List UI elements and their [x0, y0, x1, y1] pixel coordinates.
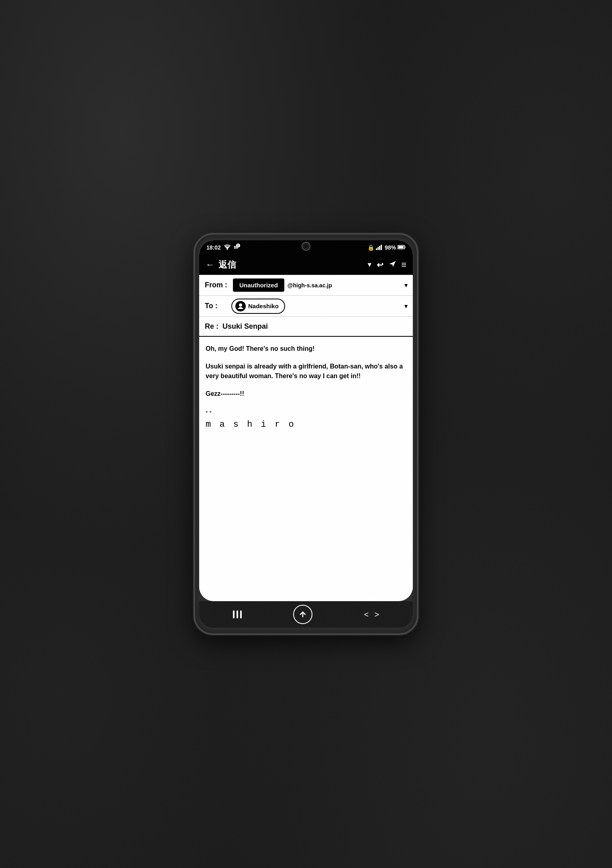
- body-text-1: Oh, my God! There's no such thing!: [206, 345, 314, 352]
- to-label: To :: [199, 302, 231, 310]
- screen: 18:02 ✉ ! 🔒: [199, 240, 413, 601]
- email-area: From : Unauthorized @high-s.sa.ac.jp ▼ T…: [199, 275, 413, 601]
- svg-rect-4: [381, 245, 382, 250]
- status-right: 🔒 98%: [367, 244, 406, 251]
- from-row: From : Unauthorized @high-s.sa.ac.jp ▼: [199, 275, 413, 296]
- time-display: 18:02: [206, 244, 221, 251]
- signal-icon: [376, 244, 383, 251]
- toolbar-title: 返信: [218, 259, 362, 271]
- prev-next-buttons[interactable]: < >: [364, 610, 379, 619]
- menu-button[interactable]: [233, 610, 242, 618]
- svg-rect-6: [405, 246, 406, 248]
- phone-body: 18:02 ✉ ! 🔒: [194, 233, 418, 635]
- wifi-icon: [223, 244, 231, 251]
- phone-container: 18:02 ✉ ! 🔒: [194, 233, 418, 635]
- nav-line-1: [233, 610, 235, 618]
- signature-dash: - -: [206, 407, 406, 416]
- from-badge: Unauthorized: [233, 278, 284, 292]
- body-para-3: Gezz---------!!: [206, 389, 406, 399]
- send-icon[interactable]: [388, 260, 396, 270]
- to-name: Nadeshiko: [248, 303, 279, 309]
- prev-button[interactable]: <: [364, 610, 369, 619]
- to-dropdown[interactable]: ▼: [403, 303, 413, 309]
- bottom-nav: < >: [199, 601, 413, 628]
- to-row: To : Nadeshiko ▼: [199, 296, 413, 317]
- body-text-2: Usuki senpai is already with a girlfrien…: [206, 363, 403, 379]
- svg-rect-7: [398, 246, 404, 248]
- nav-line-2: [237, 610, 238, 618]
- body-para-2: Usuki senpai is already with a girlfrien…: [206, 362, 406, 381]
- nav-line-3: [240, 610, 242, 618]
- battery-icon: [398, 244, 406, 251]
- menu-icon[interactable]: ≡: [401, 260, 406, 270]
- notification-icon: ✉ !: [234, 245, 238, 250]
- svg-point-8: [239, 303, 242, 307]
- back-button[interactable]: ←: [206, 260, 214, 270]
- from-label: From :: [199, 281, 233, 289]
- from-email: @high-s.sa.ac.jp: [284, 282, 403, 289]
- re-row: Re : Usuki Senpai: [199, 317, 413, 337]
- toolbar-dropdown[interactable]: ▼: [366, 261, 373, 268]
- svg-rect-2: [377, 247, 379, 250]
- svg-rect-3: [379, 246, 380, 250]
- signature-name: m a s h i r o: [206, 418, 406, 431]
- camera: [302, 242, 310, 251]
- lock-icon: 🔒: [367, 244, 374, 251]
- body-para-1: Oh, my God! There's no such thing!: [206, 344, 406, 354]
- message-body: Oh, my God! There's no such thing! Usuki…: [199, 337, 413, 601]
- re-subject: Usuki Senpai: [222, 322, 268, 331]
- svg-point-0: [226, 249, 228, 250]
- next-button[interactable]: >: [374, 610, 379, 619]
- up-button[interactable]: [293, 605, 312, 624]
- body-text-3: Gezz---------!!: [206, 390, 244, 397]
- toolbar-icons: ↩ ≡: [377, 260, 406, 270]
- from-dropdown[interactable]: ▼: [403, 282, 413, 289]
- svg-rect-1: [376, 248, 377, 250]
- status-left: 18:02 ✉ !: [206, 244, 238, 251]
- battery-percent: 98%: [385, 244, 396, 251]
- to-avatar: [235, 301, 246, 311]
- re-label: Re :: [205, 322, 218, 331]
- toolbar: ← 返信 ▼ ↩ ≡: [199, 255, 413, 275]
- reply-icon[interactable]: ↩: [377, 260, 384, 270]
- to-pill: Nadeshiko: [231, 299, 285, 314]
